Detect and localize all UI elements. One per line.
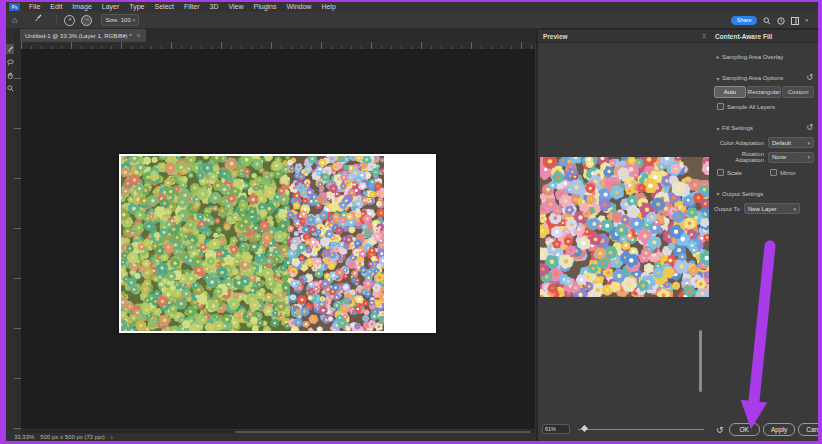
rectangular-button[interactable]: Rectangular xyxy=(747,86,781,98)
menu-window[interactable]: Window xyxy=(282,2,317,12)
custom-button[interactable]: Custom xyxy=(782,86,814,98)
preview-zoom-value: 61% xyxy=(545,426,556,432)
menu-select[interactable]: Select xyxy=(150,2,179,12)
color-adaptation-dropdown[interactable]: Default▾ xyxy=(768,137,814,148)
mirror-checkbox[interactable] xyxy=(770,169,777,176)
status-chevron-icon[interactable]: › xyxy=(111,433,113,441)
slider-track[interactable] xyxy=(578,429,704,430)
menu-help[interactable]: Help xyxy=(316,2,340,12)
output-to-value: New Layer xyxy=(748,206,777,212)
sampling-options-label: Sampling Area Options xyxy=(722,75,783,81)
mirror-label: Mirror xyxy=(780,170,796,176)
menu-plugins[interactable]: Plugins xyxy=(249,2,282,12)
options-separator xyxy=(56,15,57,25)
reset-icon[interactable]: ↺ xyxy=(716,425,724,435)
fill-settings-section[interactable]: ▾ Fill Settings ↺ xyxy=(714,124,818,132)
frame-border-left xyxy=(0,0,6,444)
menu-3d[interactable]: 3D xyxy=(205,2,224,12)
preview-panel: Preview ≡ 61% xyxy=(536,30,712,441)
ok-button[interactable]: OK xyxy=(729,423,760,436)
photoshop-window: Ps File Edit Image Layer Type Select Fil… xyxy=(6,2,818,441)
menu-file[interactable]: File xyxy=(24,2,45,12)
share-label: Share xyxy=(737,17,752,23)
document-tab-title: Untitled-1 @ 33.3% (Layer 1, RGB/8#) * xyxy=(25,33,131,39)
content-aware-fill-panel: Content-Aware Fill ▸ Sampling Area Overl… xyxy=(710,30,818,441)
size-value: 100 xyxy=(121,17,131,23)
disclosure-down-icon: ▾ xyxy=(714,190,722,197)
menu-type[interactable]: Type xyxy=(124,2,149,12)
home-icon[interactable]: ⌂ xyxy=(12,13,17,27)
menu-bar: Ps File Edit Image Layer Type Select Fil… xyxy=(6,2,818,12)
chevron-down-icon: ▾ xyxy=(807,140,810,146)
canvas-area[interactable] xyxy=(21,49,535,429)
rotation-adaptation-value: None xyxy=(772,154,786,160)
menu-layer[interactable]: Layer xyxy=(97,2,125,12)
document-tab[interactable]: Untitled-1 @ 33.3% (Layer 1, RGB/8#) * × xyxy=(20,29,146,42)
share-button[interactable]: Share xyxy=(731,16,758,25)
size-field[interactable]: Size: 100 ▾ xyxy=(101,14,139,26)
preview-panel-header: Preview ≡ xyxy=(538,30,710,43)
apply-button[interactable]: Apply xyxy=(763,423,795,436)
rotation-adaptation-label: Rotation Adaptation xyxy=(714,151,764,163)
output-settings-label: Output Settings xyxy=(722,191,763,197)
photoshop-logo-icon[interactable]: Ps xyxy=(9,3,20,11)
sample-all-layers-row[interactable]: Sample All Layers xyxy=(717,103,818,110)
search-icon[interactable] xyxy=(763,11,771,29)
rotation-adaptation-dropdown[interactable]: None▾ xyxy=(768,152,814,163)
document-info: 500 px x 500 px (72 ppi) xyxy=(40,433,104,441)
zoom-level[interactable]: 33.33% xyxy=(14,433,34,441)
lasso-tool[interactable] xyxy=(6,57,14,67)
output-settings-section[interactable]: ▾ Output Settings xyxy=(714,190,818,197)
add-sample-icon[interactable]: + xyxy=(64,15,75,26)
chevron-down-icon: ▾ xyxy=(133,17,136,23)
auto-button[interactable]: Auto xyxy=(714,86,746,98)
reset-icon[interactable]: ↺ xyxy=(806,124,813,132)
color-adaptation-row: Color Adaptation Default▾ xyxy=(714,137,814,148)
status-bar: 33.33% 500 px x 500 px (72 ppi) › xyxy=(6,433,544,441)
zoom-tool[interactable] xyxy=(6,83,14,93)
cancel-button[interactable]: Cancel xyxy=(798,423,818,436)
sampling-brush-tool[interactable] xyxy=(6,44,14,54)
workspace-icon[interactable] xyxy=(791,11,799,29)
caf-panel-title: Content-Aware Fill xyxy=(710,33,772,40)
scale-label: Scale xyxy=(727,170,742,176)
menu-view[interactable]: View xyxy=(224,2,249,12)
caf-panel-header: Content-Aware Fill xyxy=(710,30,818,43)
slider-thumb[interactable] xyxy=(581,425,588,432)
output-to-dropdown[interactable]: New Layer▾ xyxy=(744,203,800,214)
brush-icon[interactable] xyxy=(33,13,42,27)
document[interactable] xyxy=(119,154,436,333)
flower-image-canvas xyxy=(121,156,384,331)
subtract-sample-icon[interactable]: − xyxy=(81,15,92,26)
chevron-down-icon[interactable]: ▾ xyxy=(805,17,808,23)
sampling-overlay-label: Sampling Area Overlay xyxy=(722,54,783,60)
tool-strip xyxy=(6,28,14,435)
close-icon[interactable]: × xyxy=(136,32,140,39)
sampling-overlay-section[interactable]: ▸ Sampling Area Overlay xyxy=(714,53,818,60)
menu-image[interactable]: Image xyxy=(67,2,96,12)
frame-border-right xyxy=(818,0,822,444)
reset-icon[interactable]: ↺ xyxy=(806,74,813,82)
hand-tool[interactable] xyxy=(6,70,14,80)
panel-menu-icon[interactable]: ≡ xyxy=(702,33,706,39)
fill-settings-label: Fill Settings xyxy=(722,125,753,131)
size-label: Size: xyxy=(105,17,118,23)
sampling-options-section[interactable]: ▾ Sampling Area Options ↺ xyxy=(714,74,818,82)
disclosure-down-icon: ▾ xyxy=(714,125,722,132)
menu-edit[interactable]: Edit xyxy=(45,2,67,12)
output-to-row: Output To New Layer▾ xyxy=(714,203,814,214)
chevron-down-icon: ▾ xyxy=(793,206,796,212)
disclosure-right-icon: ▸ xyxy=(714,53,722,60)
scale-checkbox[interactable] xyxy=(717,169,724,176)
sample-all-layers-checkbox[interactable] xyxy=(717,103,724,110)
menu-filter[interactable]: Filter xyxy=(179,2,205,12)
preview-scrollbar[interactable] xyxy=(699,330,702,392)
document-tab-bar: Untitled-1 @ 33.3% (Layer 1, RGB/8#) * × xyxy=(14,28,542,42)
preview-zoom-field[interactable]: 61% xyxy=(542,424,570,434)
rotation-adaptation-row: Rotation Adaptation None▾ xyxy=(714,151,814,163)
preview-zoom-slider[interactable] xyxy=(578,425,706,433)
clock-icon[interactable] xyxy=(777,11,785,29)
preview-image-canvas xyxy=(540,157,709,297)
frame-border-top xyxy=(0,0,822,2)
chevron-down-icon: ▾ xyxy=(807,154,810,160)
